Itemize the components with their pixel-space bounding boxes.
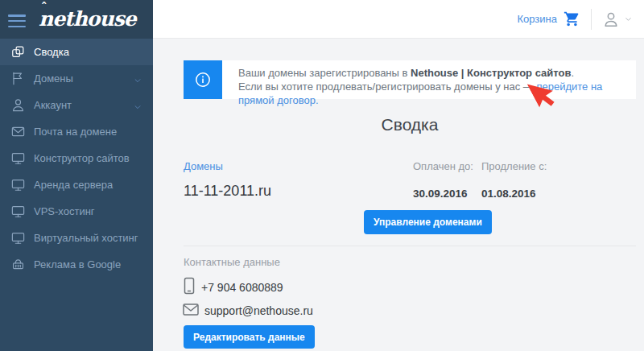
page-title: Сводка <box>184 115 636 134</box>
topbar-divider <box>591 9 592 30</box>
sidebar-item-server-rent[interactable]: Аренда сервера <box>0 171 153 198</box>
edit-contacts-button[interactable]: Редактировать данные <box>184 325 315 349</box>
envelope-icon <box>183 304 199 316</box>
pages-icon <box>10 44 26 60</box>
contact-email: support@nethouse.ru <box>204 304 313 317</box>
chevron-down-icon <box>134 75 142 87</box>
paid-until-date: 30.09.2016 <box>413 188 468 200</box>
sidebar-item-summary[interactable]: Сводка <box>0 39 153 65</box>
user-icon <box>10 97 26 114</box>
domain-name: 11-11-2011.ru <box>184 183 271 200</box>
sidebar-item-label: Конструктор сайтов <box>34 152 130 164</box>
hamburger-menu-icon[interactable] <box>8 14 26 27</box>
banner-line-1: Ваши домены зарегистрированы в Nethouse … <box>238 66 636 80</box>
info-banner: Ваши домены зарегистрированы в Nethouse … <box>184 60 636 99</box>
sidebar-item-virtual-hosting[interactable]: Виртуальный хостинг <box>0 225 153 251</box>
contact-phone: +7 904 6080889 <box>201 281 283 294</box>
banner-line1-post: . <box>571 67 574 79</box>
banner-line1-bold: Nethouse | Конструктор сайтов <box>411 67 571 79</box>
column-header-domains[interactable]: Домены <box>184 160 223 172</box>
topbar: Корзина <box>153 0 644 39</box>
banner-line1-pre: Ваши домены зарегистрированы в <box>238 67 411 79</box>
sidebar-nav: Сводка Домены Аккаунт <box>0 39 153 278</box>
monitor-icon <box>10 151 26 167</box>
sidebar-item-domain-mail[interactable]: Почта на домене <box>0 118 153 145</box>
column-header-paid-until: Оплачен до: <box>413 160 473 172</box>
sidebar-item-label: Аренда сервера <box>34 179 113 191</box>
phone-icon <box>184 277 195 295</box>
sidebar-item-domains[interactable]: Домены <box>0 65 153 92</box>
sidebar-item-label: Домены <box>34 72 73 85</box>
account-menu[interactable] <box>602 10 633 28</box>
monitor-icon <box>10 204 26 220</box>
sidebar-item-vps-hosting[interactable]: VPS-хостинг <box>0 198 153 225</box>
column-header-renewal-from: Продление с: <box>481 160 547 172</box>
sidebar-item-label: Сводка <box>34 46 69 58</box>
sidebar-item-label: VPS-хостинг <box>34 205 95 217</box>
chevron-down-icon <box>134 101 142 114</box>
monitor-icon <box>10 230 26 246</box>
user-icon <box>602 10 620 28</box>
sidebar: ˆ nethouse Сводка Домены <box>0 0 153 351</box>
logo-text: nethouse <box>39 7 136 31</box>
basket-icon <box>10 257 26 273</box>
info-icon <box>184 60 222 99</box>
shopping-cart-icon[interactable] <box>564 10 580 27</box>
flag-icon <box>10 71 26 87</box>
section-divider <box>184 246 636 246</box>
manage-domains-button[interactable]: Управление доменами <box>364 210 492 234</box>
chevron-down-icon <box>624 14 633 23</box>
sidebar-item-site-builder[interactable]: Конструктор сайтов <box>0 145 153 171</box>
sidebar-item-label: Виртуальный хостинг <box>34 232 138 244</box>
sidebar-item-label: Почта на домене <box>34 126 117 138</box>
contacts-title: Контактные данные <box>184 256 280 268</box>
monitor-icon <box>10 177 26 193</box>
sidebar-item-label: Реклама в Google <box>34 258 121 270</box>
envelope-icon <box>10 124 26 140</box>
banner-line2-pre: Если вы хотите продлевать/регистрировать… <box>238 81 536 93</box>
banner-text: Ваши домены зарегистрированы в Nethouse … <box>222 60 636 99</box>
sidebar-item-account[interactable]: Аккаунт <box>0 92 153 118</box>
banner-line-2: Если вы хотите продлевать/регистрировать… <box>238 80 636 107</box>
nethouse-logo[interactable]: ˆ nethouse <box>39 9 136 29</box>
cart-link[interactable]: Корзина <box>517 13 557 25</box>
app-window: ˆ nethouse Сводка Домены <box>0 0 644 351</box>
sidebar-header: ˆ nethouse <box>0 0 153 39</box>
renewal-from-date: 01.08.2016 <box>481 188 536 200</box>
sidebar-item-label: Аккаунт <box>34 99 72 111</box>
main-content: Ваши домены зарегистрированы в Nethouse … <box>153 39 644 351</box>
logo-hat: ˆ <box>41 2 47 14</box>
sidebar-item-google-ads[interactable]: Реклама в Google <box>0 251 153 278</box>
